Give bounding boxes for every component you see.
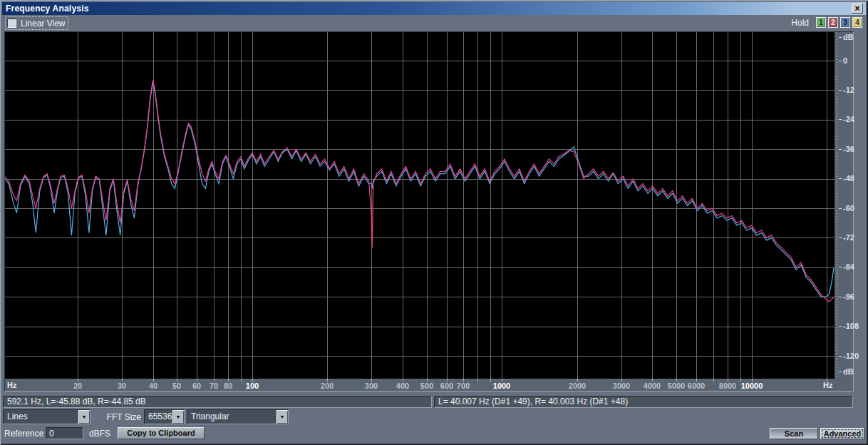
db-axis-label: -120 [839,352,859,360]
hz-axis-label: 100 [246,382,259,390]
hz-axis-label: 60 [192,382,201,390]
hz-axis-label: 600 [440,382,453,390]
hz-axis-label: 3000 [613,382,630,390]
hz-axis-label: 10000 [741,382,763,390]
chevron-down-icon: ▼ [82,414,87,419]
cursor-readout: 592.1 Hz, L=-45.88 dB, R=-44.85 dB [3,396,432,408]
hz-axis-label: 700 [457,382,470,390]
hz-axis-label: 4000 [644,382,661,390]
hz-axis-label: 2000 [569,382,586,390]
db-axis-label: -60 [839,204,854,213]
db-axis: dB0-12-24-36-48-60-72-84-96-108-120dB [835,32,853,391]
hz-axis-label: 200 [321,382,334,390]
db-tick [839,267,842,267]
window-type-value: Triangular [187,410,276,424]
db-axis-label: 0 [839,56,847,65]
db-tick [839,297,842,297]
db-tick-text: -96 [843,293,854,301]
hz-tick [713,379,714,382]
db-tick [839,149,842,150]
hold-button-1[interactable]: 1 [816,17,826,28]
chevron-down-icon: ▼ [280,414,285,419]
hz-unit-label-right: Hz [823,381,832,389]
hold-group: Hold 1234 [791,17,862,28]
hz-tick [490,379,491,382]
hz-unit-label-left: Hz [7,381,16,389]
db-axis-label: -24 [839,116,854,124]
reference-label: Reference [4,429,43,439]
hz-axis-label: 30 [118,382,126,390]
db-tick-text: -120 [843,352,859,360]
display-mode-value: Lines [4,410,78,424]
window-type-select[interactable]: Triangular ▼ [187,409,289,424]
db-axis-ruler [837,34,837,377]
spectrum-trace-right [5,81,834,302]
dbfs-unit-label: dBFS [89,429,110,439]
linear-view-checkbox[interactable] [7,19,16,28]
hz-axis-label: 5000 [668,382,685,390]
db-tick [839,178,842,179]
db-axis-label: -12 [839,86,854,94]
close-button[interactable]: × [852,4,863,14]
frequency-analysis-window: Frequency Analysis × Linear View Hold 12… [0,0,868,445]
hz-axis-label: 8000 [719,382,736,390]
hz-axis-label: 400 [396,382,409,390]
title-bar[interactable]: Frequency Analysis × [2,2,866,15]
hold-button-3[interactable]: 3 [840,17,850,28]
db-tick-text: -24 [843,116,854,123]
db-axis-label: -84 [839,263,854,272]
db-tick-text: dB [843,368,854,376]
peak-readout: L= 40.007 Hz (D#1 +49), R= 40.003 Hz (D#… [434,396,853,408]
db-tick [839,61,842,61]
window-title: Frequency Analysis [6,4,89,14]
chevron-down-icon: ▼ [176,414,181,419]
db-tick-text: -60 [843,205,854,213]
hz-axis-label: 1000 [493,382,510,390]
fft-size-label: FFT Size [93,412,141,422]
hz-axis-label: 6000 [688,382,705,390]
db-tick [839,356,842,357]
db-tick-text: -12 [843,86,854,94]
advanced-button[interactable]: Advanced [820,428,864,439]
fft-size-dropdown-button[interactable]: ▼ [172,410,184,424]
scan-button[interactable]: Scan [770,428,818,439]
fft-size-value: 65536 [145,410,172,424]
db-tick-text: -108 [843,322,859,330]
hz-axis-label: 500 [420,382,433,390]
hz-axis-label: 300 [365,382,378,390]
db-tick [839,372,842,372]
hz-axis-label: 70 [210,382,218,390]
db-tick [839,326,842,327]
reference-input[interactable] [46,427,83,439]
db-tick [839,119,842,120]
db-tick [839,208,842,209]
db-axis-label: -72 [839,233,854,242]
db-axis-label: -96 [839,292,854,301]
linear-view-label: Linear View [21,19,65,29]
db-tick-text: dB [843,34,854,41]
hz-axis: 2030405060708010020030040050060070010002… [5,379,835,391]
hold-button-4[interactable]: 4 [852,17,862,28]
db-tick [839,37,842,38]
toolbar: Linear View Hold 1234 [2,15,866,31]
db-axis-label: -108 [839,322,859,331]
copy-to-clipboard-button[interactable]: Copy to Clipboard [118,427,205,439]
hz-tick [477,379,478,382]
linear-view-option[interactable]: Linear View [6,17,68,29]
fft-size-select[interactable]: 65536 ▼ [144,409,185,424]
hz-axis-label: 50 [172,382,181,390]
spectrum-plot[interactable] [5,32,835,379]
db-tick-text: -72 [843,234,854,242]
db-axis-label: -36 [839,145,854,153]
spectrum-panel: dB0-12-24-36-48-60-72-84-96-108-120dB 20… [4,31,854,392]
db-tick-text: 0 [843,57,847,65]
db-tick-text: -36 [843,145,854,153]
window-type-dropdown-button[interactable]: ▼ [276,410,288,424]
hold-button-2[interactable]: 2 [828,17,838,28]
display-mode-select[interactable]: Lines ▼ [3,409,91,424]
db-axis-label: -48 [839,175,854,183]
display-mode-dropdown-button[interactable]: ▼ [78,410,90,424]
db-tick [839,90,842,91]
db-axis-label: dB [839,367,854,376]
hz-axis-label: 20 [73,382,82,390]
